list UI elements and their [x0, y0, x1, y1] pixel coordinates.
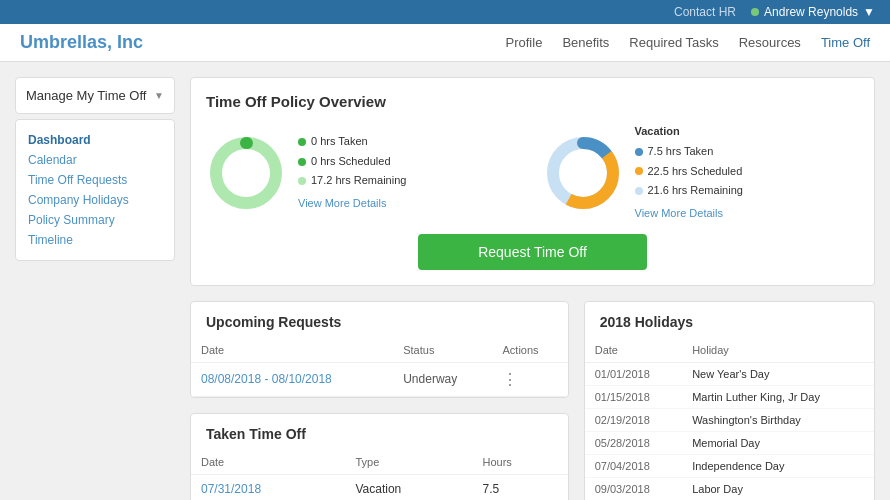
taken-time-off-card: Taken Time Off Date Type Hours 07/31/201…: [190, 413, 569, 500]
nav-links: Profile Benefits Required Tasks Resource…: [506, 35, 870, 50]
sidebar-dropdown-label: Manage My Time Off: [26, 88, 146, 103]
taken-time-off-table: Date Type Hours 07/31/2018 Vacation 7.5: [191, 450, 568, 500]
top-bar: Contact HR Andrew Reynolds ▼: [0, 0, 890, 24]
vacation-remaining-label: 21.6 hrs Remaining: [648, 181, 743, 201]
sidebar-item-company-holidays[interactable]: Company Holidays: [28, 190, 162, 210]
upcoming-row-status: Underway: [393, 362, 492, 396]
contact-hr-link[interactable]: Contact HR: [674, 5, 736, 19]
holiday-row-date: 05/28/2018: [585, 431, 682, 454]
taken-row-type: Vacation: [345, 474, 472, 500]
holiday-row-date: 09/03/2018: [585, 477, 682, 500]
holidays-col-holiday: Holiday: [682, 338, 874, 363]
nav-link-benefits[interactable]: Benefits: [562, 35, 609, 50]
sick-donut: [206, 133, 286, 213]
sick-legend: 0 hrs Taken 0 hrs Scheduled 17.2 hrs Rem…: [298, 132, 406, 214]
sick-view-more[interactable]: View More Details: [298, 194, 406, 214]
sick-remaining-dot: [298, 177, 306, 185]
nav-logo: Umbrellas, Inc: [20, 32, 143, 53]
holiday-row-name: Independence Day: [682, 454, 874, 477]
vacation-remaining-dot: [635, 187, 643, 195]
main-content: Manage My Time Off ▼ Dashboard Calendar …: [0, 62, 890, 500]
more-actions-icon[interactable]: ⋮: [502, 371, 518, 388]
right-content: Time Off Policy Overview 0 hrs Taken: [190, 77, 875, 500]
holidays-col-date: Date: [585, 338, 682, 363]
sidebar-item-policy-summary[interactable]: Policy Summary: [28, 210, 162, 230]
nav-link-time-off[interactable]: Time Off: [821, 35, 870, 50]
nav-bar: Umbrellas, Inc Profile Benefits Required…: [0, 24, 890, 62]
vacation-taken-label: 7.5 hrs Taken: [648, 142, 714, 162]
vacation-scheduled-dot: [635, 167, 643, 175]
sidebar-item-time-off-requests[interactable]: Time Off Requests: [28, 170, 162, 190]
taken-row-date[interactable]: 07/31/2018: [191, 474, 345, 500]
upcoming-row-actions[interactable]: ⋮: [492, 362, 567, 396]
holiday-row-date: 01/15/2018: [585, 385, 682, 408]
upcoming-requests-table: Date Status Actions 08/08/2018 - 08/10/2…: [191, 338, 568, 397]
sick-scheduled-label: 0 hrs Scheduled: [311, 152, 391, 172]
request-time-off-button[interactable]: Request Time Off: [418, 234, 647, 270]
sick-remaining-label: 17.2 hrs Remaining: [311, 171, 406, 191]
holiday-row-name: Martin Luther King, Jr Day: [682, 385, 874, 408]
table-row: 08/08/2018 - 08/10/2018 Underway ⋮: [191, 362, 568, 396]
table-row: 05/28/2018 Memorial Day: [585, 431, 874, 454]
upcoming-col-status: Status: [393, 338, 492, 363]
bottom-row: Upcoming Requests Date Status Actions 08…: [190, 301, 875, 500]
sidebar-item-dashboard[interactable]: Dashboard: [28, 130, 162, 150]
upcoming-section: Upcoming Requests Date Status Actions 08…: [190, 301, 569, 500]
table-row: 01/15/2018 Martin Luther King, Jr Day: [585, 385, 874, 408]
table-row: 09/03/2018 Labor Day: [585, 477, 874, 500]
sick-donut-section: 0 hrs Taken 0 hrs Scheduled 17.2 hrs Rem…: [206, 132, 523, 214]
holidays-card: 2018 Holidays Date Holiday 01/01/2018 Ne…: [584, 301, 875, 500]
sidebar-dropdown[interactable]: Manage My Time Off ▼: [15, 77, 175, 114]
nav-link-resources[interactable]: Resources: [739, 35, 801, 50]
policy-overview-title: Time Off Policy Overview: [206, 93, 859, 110]
upcoming-requests-title: Upcoming Requests: [191, 302, 568, 338]
vacation-scheduled-label: 22.5 hrs Scheduled: [648, 162, 743, 182]
chevron-down-icon: ▼: [154, 90, 164, 101]
holiday-row-name: Memorial Day: [682, 431, 874, 454]
sick-scheduled-dot: [298, 158, 306, 166]
holiday-row-name: Labor Day: [682, 477, 874, 500]
taken-time-off-title: Taken Time Off: [191, 414, 568, 450]
sidebar: Manage My Time Off ▼ Dashboard Calendar …: [15, 77, 175, 500]
user-menu[interactable]: Andrew Reynolds ▼: [751, 5, 875, 19]
policy-overview-card: Time Off Policy Overview 0 hrs Taken: [190, 77, 875, 286]
table-row: 01/01/2018 New Year's Day: [585, 362, 874, 385]
user-chevron-icon: ▼: [863, 5, 875, 19]
sick-taken-dot: [298, 138, 306, 146]
table-row: 07/04/2018 Independence Day: [585, 454, 874, 477]
user-status-dot: [751, 8, 759, 16]
upcoming-requests-card: Upcoming Requests Date Status Actions 08…: [190, 301, 569, 398]
policy-overview-body: 0 hrs Taken 0 hrs Scheduled 17.2 hrs Rem…: [206, 122, 859, 224]
nav-link-profile[interactable]: Profile: [506, 35, 543, 50]
upcoming-col-actions: Actions: [492, 338, 567, 363]
vacation-taken-dot: [635, 148, 643, 156]
upcoming-row-date[interactable]: 08/08/2018 - 08/10/2018: [191, 362, 393, 396]
taken-col-hours: Hours: [472, 450, 567, 475]
holiday-row-name: Washington's Birthday: [682, 408, 874, 431]
request-btn-container: Request Time Off: [206, 234, 859, 270]
holidays-title: 2018 Holidays: [585, 302, 874, 338]
sidebar-menu: Dashboard Calendar Time Off Requests Com…: [15, 119, 175, 261]
sick-taken-label: 0 hrs Taken: [311, 132, 368, 152]
vacation-name: Vacation: [635, 125, 680, 137]
vacation-view-more[interactable]: View More Details: [635, 204, 743, 224]
sidebar-item-timeline[interactable]: Timeline: [28, 230, 162, 250]
vacation-donut-section: Vacation 7.5 hrs Taken 22.5 hrs Schedule…: [543, 122, 860, 224]
vacation-legend: Vacation 7.5 hrs Taken 22.5 hrs Schedule…: [635, 122, 743, 224]
holiday-row-date: 07/04/2018: [585, 454, 682, 477]
holidays-table: Date Holiday 01/01/2018 New Year's Day 0…: [585, 338, 874, 500]
holiday-row-name: New Year's Day: [682, 362, 874, 385]
holidays-section: 2018 Holidays Date Holiday 01/01/2018 Ne…: [584, 301, 875, 500]
table-row: 02/19/2018 Washington's Birthday: [585, 408, 874, 431]
nav-link-required-tasks[interactable]: Required Tasks: [629, 35, 718, 50]
taken-col-date: Date: [191, 450, 345, 475]
taken-col-type: Type: [345, 450, 472, 475]
user-name: Andrew Reynolds: [764, 5, 858, 19]
vacation-donut: [543, 133, 623, 213]
svg-point-0: [216, 143, 276, 203]
holiday-row-date: 01/01/2018: [585, 362, 682, 385]
taken-row-hours: 7.5: [472, 474, 567, 500]
sidebar-item-calendar[interactable]: Calendar: [28, 150, 162, 170]
table-row: 07/31/2018 Vacation 7.5: [191, 474, 568, 500]
upcoming-col-date: Date: [191, 338, 393, 363]
